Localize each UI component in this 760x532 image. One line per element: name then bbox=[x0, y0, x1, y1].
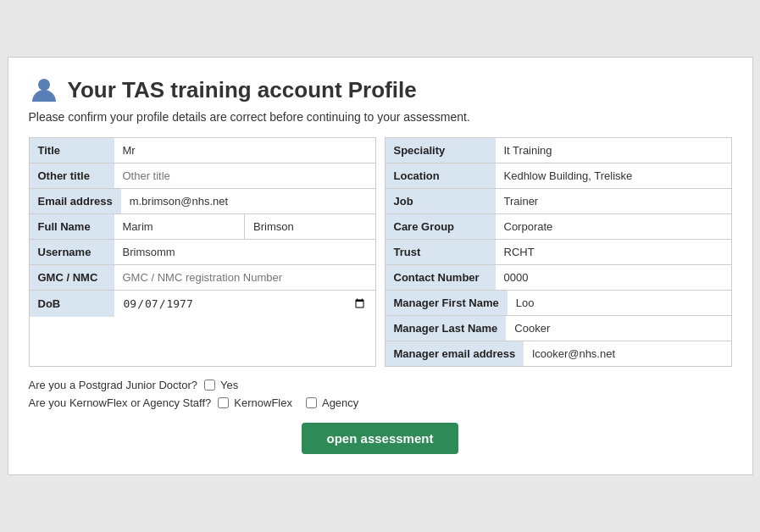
page-header: Your TAS training account Profile bbox=[29, 75, 732, 105]
agency-label: Agency bbox=[322, 396, 358, 409]
manager-firstname-label: Manager First Name bbox=[386, 291, 508, 315]
open-assessment-button[interactable]: open assessment bbox=[302, 423, 459, 454]
form-grid: Title Other title Email address bbox=[29, 137, 732, 367]
care-group-value[interactable] bbox=[496, 214, 731, 239]
kernowflex-checkbox[interactable] bbox=[218, 397, 229, 408]
email-label: Email address bbox=[30, 189, 121, 213]
agency-checkbox[interactable] bbox=[306, 397, 317, 408]
dob-input[interactable] bbox=[123, 296, 367, 311]
kernowflex-label: KernowFlex bbox=[234, 396, 292, 409]
username-label: Username bbox=[30, 240, 114, 264]
lastname-value[interactable] bbox=[245, 214, 375, 239]
trust-label: Trust bbox=[386, 240, 496, 264]
firstname-value[interactable] bbox=[114, 214, 246, 239]
manager-email-label: Manager email address bbox=[386, 341, 524, 366]
postgrad-row: Are you a Postgrad Junior Doctor? Yes bbox=[29, 379, 732, 391]
postgrad-question: Are you a Postgrad Junior Doctor? bbox=[29, 379, 197, 391]
manager-firstname-row: Manager First Name bbox=[386, 291, 731, 316]
title-value[interactable] bbox=[114, 138, 375, 163]
agency-row: Are you KernowFlex or Agency Staff? Kern… bbox=[29, 396, 732, 409]
job-input[interactable] bbox=[504, 195, 723, 208]
page-container: Your TAS training account Profile Please… bbox=[8, 57, 753, 475]
gmc-label: GMC / NMC bbox=[30, 265, 114, 290]
email-row: Email address bbox=[30, 189, 375, 214]
location-value[interactable] bbox=[496, 163, 731, 188]
left-column: Title Other title Email address bbox=[29, 137, 376, 367]
person-icon bbox=[29, 75, 59, 105]
manager-email-input[interactable] bbox=[532, 347, 722, 360]
manager-email-row: Manager email address bbox=[386, 341, 731, 366]
trust-value[interactable] bbox=[496, 240, 731, 264]
svg-point-0 bbox=[38, 79, 50, 91]
other-title-input[interactable] bbox=[123, 169, 367, 182]
manager-lastname-row: Manager Last Name bbox=[386, 316, 731, 341]
dob-label: DoB bbox=[30, 291, 114, 317]
other-title-row: Other title bbox=[30, 163, 375, 189]
postgrad-yes-label: Yes bbox=[220, 379, 238, 391]
name-inputs bbox=[114, 214, 375, 239]
dob-row: DoB bbox=[30, 291, 375, 317]
other-title-label: Other title bbox=[30, 163, 114, 188]
location-label: Location bbox=[386, 163, 496, 188]
postgrad-yes-checkbox[interactable] bbox=[204, 380, 215, 391]
email-value[interactable] bbox=[121, 189, 375, 213]
contact-number-value[interactable] bbox=[496, 265, 731, 290]
subtitle: Please confirm your profile details are … bbox=[29, 110, 732, 124]
speciality-label: Speciality bbox=[386, 138, 496, 163]
firstname-input[interactable] bbox=[123, 220, 236, 233]
email-input[interactable] bbox=[130, 195, 367, 208]
manager-email-value[interactable] bbox=[524, 341, 730, 366]
care-group-input[interactable] bbox=[504, 220, 723, 233]
care-group-label: Care Group bbox=[386, 214, 496, 239]
speciality-row: Speciality bbox=[386, 138, 731, 163]
title-input[interactable] bbox=[123, 144, 367, 157]
fullname-label: Full Name bbox=[30, 214, 114, 239]
contact-number-input[interactable] bbox=[504, 271, 723, 284]
location-row: Location bbox=[386, 163, 731, 189]
contact-number-label: Contact Number bbox=[386, 265, 496, 290]
manager-firstname-value[interactable] bbox=[508, 291, 731, 315]
manager-firstname-input[interactable] bbox=[516, 296, 723, 309]
lastname-input[interactable] bbox=[253, 220, 367, 233]
speciality-value[interactable] bbox=[496, 138, 731, 163]
username-value[interactable] bbox=[114, 240, 375, 264]
job-value[interactable] bbox=[496, 189, 731, 213]
username-input[interactable] bbox=[123, 246, 367, 258]
title-label: Title bbox=[30, 138, 114, 163]
care-group-row: Care Group bbox=[386, 214, 731, 240]
bottom-section: Are you a Postgrad Junior Doctor? Yes Ar… bbox=[29, 379, 732, 409]
location-input[interactable] bbox=[504, 169, 723, 182]
username-row: Username bbox=[30, 240, 375, 265]
manager-lastname-label: Manager Last Name bbox=[386, 316, 507, 341]
speciality-input[interactable] bbox=[504, 144, 723, 157]
manager-lastname-input[interactable] bbox=[514, 322, 722, 335]
agency-question: Are you KernowFlex or Agency Staff? bbox=[29, 396, 212, 409]
page-title: Your TAS training account Profile bbox=[68, 77, 417, 103]
trust-row: Trust bbox=[386, 240, 731, 265]
right-column: Speciality Location Job Ca bbox=[385, 137, 732, 367]
other-title-value[interactable] bbox=[114, 163, 375, 188]
fullname-row: Full Name bbox=[30, 214, 375, 240]
gmc-value[interactable] bbox=[114, 265, 375, 290]
gmc-row: GMC / NMC bbox=[30, 265, 375, 291]
manager-lastname-value[interactable] bbox=[506, 316, 730, 341]
button-row: open assessment bbox=[29, 423, 732, 454]
trust-input[interactable] bbox=[504, 246, 723, 258]
job-row: Job bbox=[386, 189, 731, 214]
gmc-input[interactable] bbox=[123, 271, 367, 284]
job-label: Job bbox=[386, 189, 496, 213]
title-row: Title bbox=[30, 138, 375, 163]
contact-number-row: Contact Number bbox=[386, 265, 731, 291]
dob-value[interactable] bbox=[114, 291, 375, 317]
